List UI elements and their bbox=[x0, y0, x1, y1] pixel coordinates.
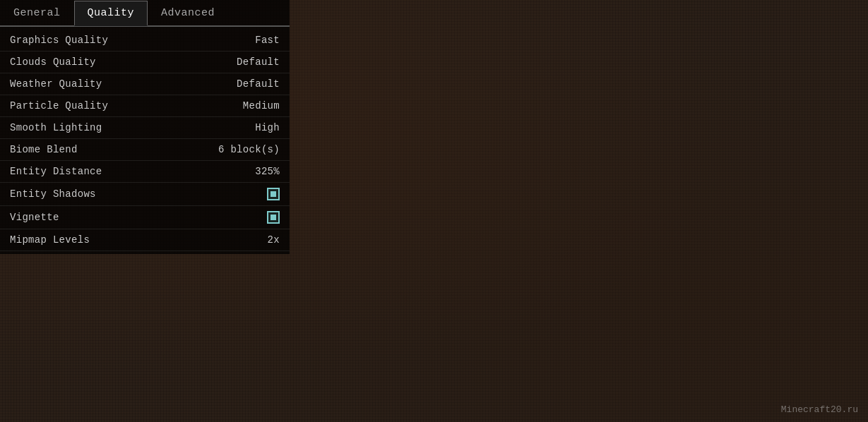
setting-label: Mipmap Levels bbox=[10, 234, 90, 246]
setting-label: Particle Quality bbox=[10, 100, 108, 111]
setting-label: Smooth Lighting bbox=[10, 122, 102, 133]
checkbox-icon[interactable] bbox=[267, 188, 280, 200]
setting-label: Entity Distance bbox=[10, 166, 102, 177]
checkbox-icon[interactable] bbox=[267, 211, 280, 224]
setting-row-graphics-quality[interactable]: Graphics QualityFast bbox=[0, 30, 290, 52]
setting-label: Weather Quality bbox=[10, 78, 102, 90]
setting-label: Biome Blend bbox=[10, 144, 78, 155]
settings-panel: GeneralQualityAdvanced Graphics QualityF… bbox=[0, 0, 290, 254]
setting-row-weather-quality[interactable]: Weather QualityDefault bbox=[0, 73, 290, 95]
setting-label: Entity Shadows bbox=[10, 188, 96, 200]
setting-value: 2x bbox=[268, 234, 280, 246]
setting-row-particle-quality[interactable]: Particle QualityMedium bbox=[0, 95, 290, 117]
tab-general[interactable]: General bbox=[0, 1, 74, 26]
setting-value: Default bbox=[237, 56, 280, 68]
tab-advanced[interactable]: Advanced bbox=[148, 1, 228, 26]
setting-label: Clouds Quality bbox=[10, 56, 96, 68]
setting-value: 6 block(s) bbox=[218, 144, 280, 155]
setting-value: Fast bbox=[255, 35, 280, 46]
tab-quality[interactable]: Quality bbox=[74, 1, 148, 26]
setting-row-biome-blend[interactable]: Biome Blend6 block(s) bbox=[0, 139, 290, 161]
watermark: Minecraft20.ru bbox=[781, 404, 858, 415]
setting-value: Default bbox=[237, 78, 280, 90]
setting-value: High bbox=[255, 122, 280, 133]
setting-row-smooth-lighting[interactable]: Smooth LightingHigh bbox=[0, 117, 290, 139]
setting-row-entity-shadows[interactable]: Entity Shadows bbox=[0, 183, 290, 206]
setting-value: 325% bbox=[255, 166, 280, 177]
tab-bar: GeneralQualityAdvanced bbox=[0, 0, 290, 27]
setting-row-entity-distance[interactable]: Entity Distance325% bbox=[0, 161, 290, 183]
settings-list: Graphics QualityFastClouds QualityDefaul… bbox=[0, 27, 290, 254]
setting-label: Graphics Quality bbox=[10, 35, 108, 46]
setting-value: Medium bbox=[243, 100, 280, 111]
setting-row-mipmap-levels[interactable]: Mipmap Levels2x bbox=[0, 229, 290, 251]
setting-label: Vignette bbox=[10, 212, 59, 223]
setting-row-vignette[interactable]: Vignette bbox=[0, 206, 290, 229]
setting-row-clouds-quality[interactable]: Clouds QualityDefault bbox=[0, 52, 290, 73]
